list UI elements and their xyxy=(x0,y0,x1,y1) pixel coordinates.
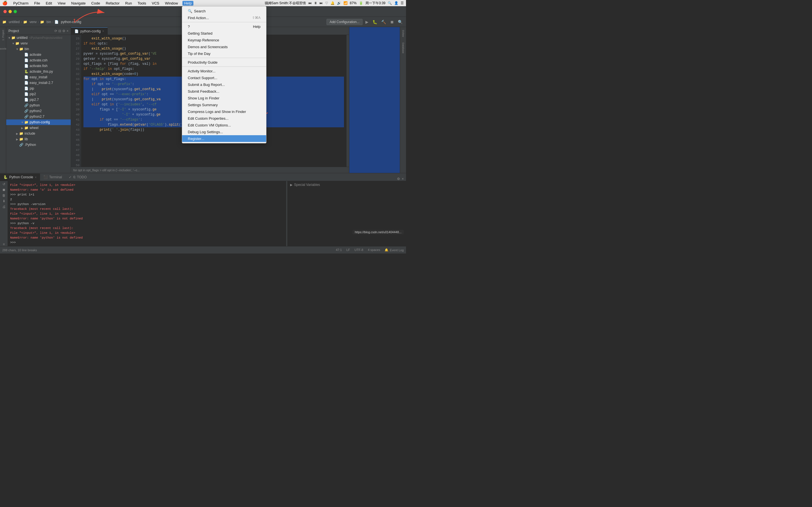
panel-tab-terminal[interactable]: ⬛ Terminal xyxy=(40,173,65,181)
tree-item-lib[interactable]: ▶ 📁 lib xyxy=(6,136,71,142)
close-button[interactable] xyxy=(3,10,7,13)
rerun-icon[interactable]: ↺ xyxy=(3,182,5,186)
search-icon[interactable]: 🔍 xyxy=(388,1,392,5)
tree-item-include[interactable]: ▶ 📁 include xyxy=(6,131,71,136)
user-avatar[interactable]: 👤 xyxy=(394,1,398,5)
panel-settings-icon[interactable]: ⚙ xyxy=(397,177,400,181)
tree-item-dotpython[interactable]: 🔗 .Python xyxy=(6,142,71,148)
vtab-database[interactable]: Database xyxy=(401,41,405,55)
menu-productivity-guide[interactable]: Productivity Guide xyxy=(182,59,266,66)
tree-item-python27[interactable]: 🔗 python2.7 xyxy=(6,114,71,119)
menu-icon[interactable]: ☰ xyxy=(401,1,404,5)
menu-settings-summary[interactable]: Settings Summary xyxy=(182,101,266,108)
tree-item-wheel[interactable]: ▶ 📁 wheel xyxy=(6,125,71,131)
tree-item-python2[interactable]: 🔗 python2 xyxy=(6,108,71,114)
panel-close-icon[interactable]: × xyxy=(402,177,404,181)
menu-demos-screencasts[interactable]: Demos and Screencasts xyxy=(182,43,266,50)
menu-search[interactable]: 🔍 Search xyxy=(182,8,266,14)
menu-view[interactable]: View xyxy=(57,1,67,5)
menu-edit-custom-vm[interactable]: Edit Custom VM Options... xyxy=(182,122,266,128)
breadcrumb-venv[interactable]: venv xyxy=(30,20,37,24)
tree-item-activate-csh[interactable]: 📄 activate.csh xyxy=(6,57,71,63)
menu-submit-bug[interactable]: Submit a Bug Report... xyxy=(182,81,266,88)
tree-item-bin[interactable]: ▼ 📁 bin xyxy=(6,46,71,52)
build-button[interactable]: 🔨 xyxy=(380,19,387,25)
menu-register[interactable]: Register... xyxy=(182,135,266,142)
menu-help-item[interactable]: ? Help xyxy=(182,23,266,30)
scroll-end-icon[interactable]: ⬇ xyxy=(3,199,5,203)
tree-item-activate[interactable]: 📄 activate xyxy=(6,52,71,57)
tree-item-python-config[interactable]: ▼ 📁 python-config xyxy=(6,119,71,125)
status-indent[interactable]: 4 spaces xyxy=(368,248,380,252)
breadcrumb-current[interactable]: python-config xyxy=(61,20,81,24)
menu-getting-started[interactable]: Getting Started xyxy=(182,30,266,37)
menu-debug-log[interactable]: Debug Log Settings... xyxy=(182,128,266,135)
print-icon[interactable]: 🖨 xyxy=(2,205,6,209)
settings-icon[interactable]: ⚙ xyxy=(62,29,65,33)
status-encoding[interactable]: UTF-8 xyxy=(354,248,363,252)
tab-close-button[interactable]: × xyxy=(102,30,104,33)
console-output[interactable]: File "<input>", line 1, in <module> Name… xyxy=(8,181,286,246)
run-button[interactable]: ▶ xyxy=(364,19,370,25)
menu-show-log[interactable]: Show Log in Finder xyxy=(182,95,266,101)
pause-btn[interactable]: ⏸ xyxy=(314,1,317,5)
notification-icon[interactable]: 🔔 xyxy=(331,1,335,5)
clear-console-icon[interactable]: 🗑 xyxy=(2,193,6,198)
vtab-sview[interactable]: SView xyxy=(401,28,405,39)
tree-item-activate-this[interactable]: 🐍 activate_this.py xyxy=(6,69,71,74)
console-tab-close[interactable]: × xyxy=(35,176,37,179)
collapse-icon[interactable]: ⊟ xyxy=(58,29,61,33)
apple-menu[interactable]: 🍎 xyxy=(2,1,8,6)
menu-compress-logs[interactable]: Compress Logs and Show in Finder xyxy=(182,108,266,115)
close-sidebar-icon[interactable]: × xyxy=(66,29,68,33)
menu-window[interactable]: Window xyxy=(164,1,179,5)
search-everywhere-button[interactable]: 🔍 xyxy=(397,19,404,25)
debug-button[interactable]: 🐛 xyxy=(371,19,378,25)
volume-icon[interactable]: 🔊 xyxy=(337,1,341,5)
menu-edit[interactable]: Edit xyxy=(45,1,53,5)
menu-pycharm[interactable]: PyCharm xyxy=(12,1,30,5)
menu-contact-support[interactable]: Contact Support... xyxy=(182,74,266,81)
next-btn[interactable]: ⏭ xyxy=(319,1,323,5)
menu-tip-of-day[interactable]: Tip of the Day xyxy=(182,50,266,57)
editor-tab-python-config[interactable]: 📄 python-config × xyxy=(71,27,108,35)
menu-file[interactable]: File xyxy=(33,1,41,5)
event-log-button[interactable]: 🔔 Event Log xyxy=(385,248,404,252)
panel-tab-todo[interactable]: ✓ 6: TODO xyxy=(65,173,90,181)
tree-item-python-link[interactable]: 🔗 python xyxy=(6,103,71,108)
minimize-button[interactable] xyxy=(8,10,12,13)
menu-code[interactable]: Code xyxy=(90,1,101,5)
menu-activity-monitor[interactable]: Activity Monitor... xyxy=(182,68,266,74)
menu-help[interactable]: Help xyxy=(183,1,193,6)
special-vars-expand[interactable]: ▶ xyxy=(290,183,292,187)
tree-item-pip2[interactable]: 📄 pip2 xyxy=(6,91,71,97)
menu-edit-custom-props[interactable]: Edit Custom Properties... xyxy=(182,115,266,122)
add-config-button[interactable]: Add Configuration... xyxy=(326,19,363,25)
menu-navigate[interactable]: Navigate xyxy=(70,1,87,5)
tree-item-pip[interactable]: 📄 pip xyxy=(6,86,71,91)
structure-icon[interactable]: ≡ xyxy=(3,242,5,246)
tree-item-easy-install-27[interactable]: 📄 easy_install-2.7 xyxy=(6,80,71,86)
menu-refactor[interactable]: Refactor xyxy=(105,1,121,5)
stop-console-icon[interactable]: ⏹ xyxy=(2,188,6,192)
menu-vcs[interactable]: VCS xyxy=(151,1,160,5)
vtab-1[interactable]: 1: Project xyxy=(1,28,5,42)
sync-icon[interactable]: ⟳ xyxy=(54,29,57,33)
editor-scroll-right[interactable] xyxy=(346,35,349,167)
panel-tab-console[interactable]: 🐍 Python Console × xyxy=(0,173,40,181)
menu-run[interactable]: Run xyxy=(124,1,133,5)
menu-find-action[interactable]: Find Action... ⇧⌘A xyxy=(182,14,266,21)
tree-item-easy-install[interactable]: 📄 easy_install xyxy=(6,74,71,80)
tree-item-untitled[interactable]: ▼ 📁 untitled ~/PycharmProjects/untitled xyxy=(6,35,71,41)
breadcrumb-root[interactable]: untitled xyxy=(9,20,20,24)
tree-item-activate-fish[interactable]: 📄 activate.fish xyxy=(6,63,71,69)
menu-tools[interactable]: Tools xyxy=(137,1,147,5)
tree-item-pip27[interactable]: 📄 pip2.7 xyxy=(6,97,71,103)
prev-btn[interactable]: ⏮ xyxy=(308,1,312,5)
wifi-icon[interactable]: 📶 xyxy=(343,1,348,5)
maximize-button[interactable] xyxy=(13,10,17,13)
stop-button[interactable]: ⏹ xyxy=(389,19,395,25)
menu-keymap-reference[interactable]: Keymap Reference xyxy=(182,37,266,43)
status-lf[interactable]: LF xyxy=(346,248,350,252)
menu-submit-feedback[interactable]: Submit Feedback... xyxy=(182,88,266,95)
